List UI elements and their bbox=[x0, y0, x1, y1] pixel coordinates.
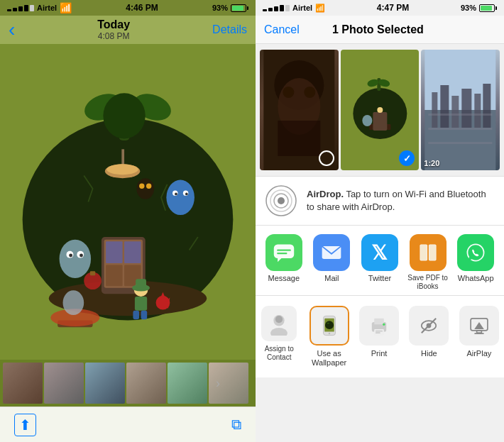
share-app-mail[interactable]: Mail bbox=[309, 234, 355, 291]
share-app-twitter[interactable]: 𝕏 Twitter bbox=[357, 234, 402, 291]
time-left: 4:46 PM bbox=[126, 3, 158, 13]
svg-rect-80 bbox=[429, 245, 435, 260]
svg-rect-63 bbox=[475, 94, 481, 128]
share-app-books[interactable]: Save PDF to iBooks bbox=[405, 234, 451, 291]
svg-point-32 bbox=[139, 184, 144, 189]
carrier-signal-right: Airtel 📶 bbox=[263, 4, 325, 13]
time-right: 4:47 PM bbox=[377, 3, 409, 13]
photo-cell-2[interactable]: ✓ bbox=[341, 50, 420, 170]
svg-rect-93 bbox=[376, 331, 383, 332]
use-wallpaper-label: Use asWallpaper bbox=[312, 349, 346, 368]
svg-rect-65 bbox=[429, 114, 493, 116]
thumbnail-5[interactable] bbox=[168, 363, 207, 404]
svg-rect-91 bbox=[374, 319, 384, 325]
left-panel: Airtel 📶 4:46 PM 93% ‹ Today 4:08 PM Det… bbox=[0, 0, 256, 442]
svg-rect-94 bbox=[376, 332, 380, 333]
assign-contact-label: Assign toContact bbox=[265, 345, 294, 362]
cancel-button[interactable]: Cancel bbox=[264, 23, 300, 36]
svg-rect-62 bbox=[462, 89, 472, 128]
svg-point-83 bbox=[275, 316, 283, 323]
thumbnail-strip[interactable]: › bbox=[0, 360, 256, 407]
svg-rect-16 bbox=[135, 297, 147, 311]
mail-label: Mail bbox=[324, 274, 339, 283]
svg-rect-72 bbox=[274, 244, 294, 258]
photo-cell-1[interactable] bbox=[260, 50, 339, 170]
svg-rect-45 bbox=[278, 121, 320, 156]
action-print[interactable]: Print bbox=[354, 300, 404, 373]
airdrop-description: AirDrop. Tap to turn on Wi-Fi and Blueto… bbox=[307, 188, 494, 214]
action-assign-contact[interactable]: Assign toContact bbox=[256, 300, 304, 373]
signal-dots-left bbox=[7, 5, 34, 11]
svg-point-88 bbox=[325, 321, 334, 329]
svg-rect-18 bbox=[141, 311, 148, 319]
photo-timestamp: 1:20 bbox=[424, 159, 439, 167]
svg-rect-59 bbox=[432, 92, 438, 128]
wifi-right: 📶 bbox=[315, 4, 325, 13]
thumbnail-2[interactable] bbox=[44, 363, 84, 404]
filter-button[interactable]: ⧉ bbox=[231, 416, 241, 433]
share-app-message[interactable]: Message bbox=[261, 234, 307, 291]
svg-marker-100 bbox=[474, 322, 484, 329]
whatsapp-icon bbox=[457, 234, 494, 271]
svg-rect-67 bbox=[429, 142, 493, 144]
assign-contact-icon bbox=[261, 306, 297, 341]
books-label: Save PDF to iBooks bbox=[405, 274, 451, 291]
svg-point-24 bbox=[69, 253, 72, 257]
whatsapp-label: WhatsApp bbox=[458, 274, 494, 283]
svg-rect-102 bbox=[474, 333, 484, 334]
svg-point-14 bbox=[106, 164, 138, 175]
svg-rect-61 bbox=[452, 96, 459, 128]
selected-title: 1 Photo Selected bbox=[332, 23, 424, 36]
carrier-right: Airtel bbox=[292, 4, 312, 12]
svg-rect-75 bbox=[277, 253, 287, 254]
airdrop-icon bbox=[265, 185, 297, 216]
airdrop-section[interactable]: AirDrop. Tap to turn on Wi-Fi and Blueto… bbox=[256, 176, 504, 226]
twitter-label: Twitter bbox=[368, 274, 391, 283]
twitter-icon: 𝕏 bbox=[361, 234, 398, 271]
action-airplay[interactable]: AirPlay bbox=[454, 300, 504, 373]
svg-rect-78 bbox=[420, 245, 427, 260]
svg-point-41 bbox=[63, 290, 84, 315]
nav-title-group: Today 4:08 PM bbox=[97, 18, 130, 41]
svg-point-89 bbox=[327, 323, 329, 324]
hide-icon bbox=[409, 306, 449, 346]
svg-point-84 bbox=[270, 328, 287, 336]
svg-point-87 bbox=[328, 333, 330, 335]
action-use-wallpaper[interactable]: Use asWallpaper bbox=[304, 300, 354, 373]
svg-point-25 bbox=[80, 253, 83, 257]
thumbnail-3[interactable] bbox=[85, 363, 125, 404]
action-hide[interactable]: Hide bbox=[404, 300, 454, 373]
wifi-left: 📶 bbox=[60, 2, 72, 13]
select-circle-1[interactable] bbox=[319, 150, 334, 166]
hide-label: Hide bbox=[421, 349, 437, 358]
nav-bar-right: Cancel 1 Photo Selected bbox=[256, 16, 504, 44]
nav-subtitle-left: 4:08 PM bbox=[97, 31, 130, 41]
battery-pct-left: 93% bbox=[212, 4, 228, 12]
use-wallpaper-icon bbox=[309, 306, 349, 346]
message-icon bbox=[265, 234, 302, 271]
svg-rect-74 bbox=[277, 250, 291, 251]
svg-point-31 bbox=[136, 178, 154, 199]
svg-marker-73 bbox=[278, 258, 281, 262]
back-button[interactable]: ‹ bbox=[9, 18, 15, 41]
svg-point-55 bbox=[377, 107, 383, 113]
details-button[interactable]: Details bbox=[212, 23, 247, 36]
svg-point-47 bbox=[304, 87, 315, 98]
books-icon bbox=[410, 234, 447, 271]
share-app-whatsapp[interactable]: WhatsApp bbox=[453, 234, 498, 291]
action-row: Assign toContact Use asWallpaper bbox=[256, 296, 504, 377]
share-button[interactable]: ⬆ bbox=[14, 414, 36, 436]
svg-point-46 bbox=[283, 87, 294, 98]
airplay-icon bbox=[459, 306, 499, 346]
carrier-signal-left: Airtel 📶 bbox=[7, 2, 72, 13]
thumbnail-1[interactable] bbox=[3, 363, 43, 404]
photo-cell-3[interactable]: 1:20 bbox=[421, 50, 500, 170]
strip-arrow-icon: › bbox=[216, 376, 220, 391]
battery-icon-left bbox=[231, 4, 248, 12]
thumbnail-6[interactable] bbox=[209, 363, 248, 404]
thumbnail-4[interactable] bbox=[126, 363, 166, 404]
svg-rect-8 bbox=[106, 241, 122, 263]
mario-illustration bbox=[0, 44, 256, 360]
share-apps-row: Message Mail 𝕏 Twitter bbox=[256, 226, 504, 296]
svg-rect-17 bbox=[133, 311, 139, 319]
